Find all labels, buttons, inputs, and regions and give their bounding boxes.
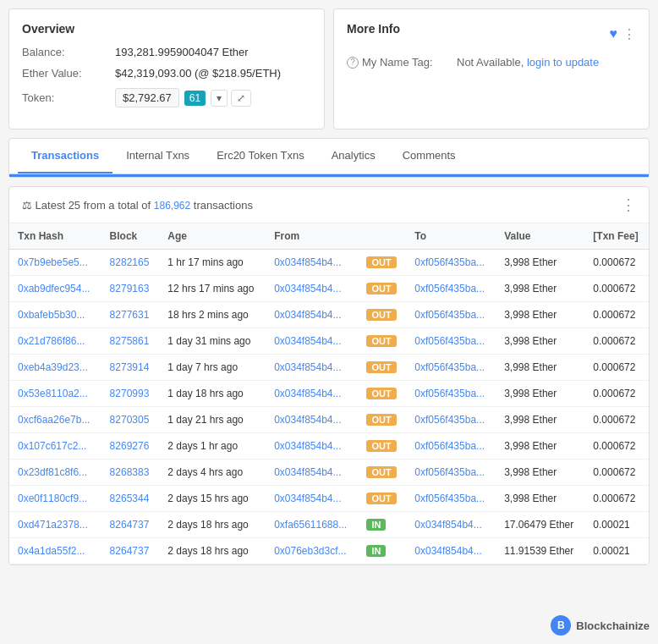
balance-value: 193,281.9959004047 Ether — [115, 46, 249, 58]
cell-to: 0xf056f435ba... — [406, 276, 496, 302]
from-link[interactable]: 0x034f854b4... — [274, 283, 341, 294]
txn-hash-link[interactable]: 0xcf6aa26e7b... — [18, 414, 90, 426]
cell-block: 8265344 — [101, 486, 160, 512]
cell-direction: OUT — [358, 381, 406, 407]
tab-erc20-token-txns[interactable]: Erc20 Token Txns — [203, 139, 318, 173]
cell-from: 0x076eb3d3cf... — [266, 538, 358, 564]
tab-internal-txns[interactable]: Internal Txns — [112, 139, 203, 173]
txn-hash-link[interactable]: 0x4a1da55f2... — [18, 545, 85, 557]
cell-block: 8282165 — [101, 250, 160, 276]
from-link[interactable]: 0x034f854b4... — [274, 440, 341, 452]
cell-to: 0xf056f435ba... — [406, 486, 496, 512]
cell-txn-hash: 0xcf6aa26e7b... — [9, 407, 101, 433]
from-link[interactable]: 0x034f854b4... — [274, 361, 341, 373]
block-link[interactable]: 8269276 — [110, 440, 150, 452]
block-link[interactable]: 8264737 — [110, 545, 150, 557]
cell-block: 8264737 — [101, 538, 160, 564]
cell-from: 0x034f854b4... — [266, 407, 358, 433]
cell-from: 0x034f854b4... — [266, 433, 358, 460]
from-link[interactable]: 0x034f854b4... — [274, 466, 341, 478]
token-expand-button[interactable]: ⤢ — [231, 90, 251, 107]
total-count-link[interactable]: 186,962 — [154, 200, 190, 212]
txn-hash-link[interactable]: 0x21d786f86... — [18, 335, 85, 347]
heart-icon[interactable]: ♥ — [610, 26, 618, 42]
block-link[interactable]: 8279163 — [110, 283, 150, 294]
to-link[interactable]: 0xf056f435ba... — [414, 256, 485, 268]
cell-from: 0x034f854b4... — [266, 460, 358, 486]
cell-value: 3,998 Ether — [496, 276, 584, 302]
to-link[interactable]: 0xf056f435ba... — [414, 440, 485, 452]
txn-hash-link[interactable]: 0xe0f1180cf9... — [18, 493, 87, 504]
from-link[interactable]: 0x076eb3d3cf... — [274, 545, 346, 557]
to-link[interactable]: 0xf056f435ba... — [414, 414, 485, 426]
table-row: 0xcf6aa26e7b... 8270305 1 day 21 hrs ago… — [9, 407, 649, 433]
more-info-dots-icon[interactable]: ⋮ — [622, 26, 636, 42]
cell-txn-hash: 0xeb4a39d23... — [9, 355, 101, 381]
login-link[interactable]: login to update — [527, 56, 599, 69]
block-link[interactable]: 8273914 — [110, 361, 150, 373]
cell-from: 0xfa65611688... — [266, 512, 358, 538]
txn-hash-link[interactable]: 0xbafeb5b30... — [18, 309, 85, 321]
cell-age: 1 day 18 hrs ago — [159, 381, 266, 407]
table-row: 0x23df81c8f6... 8268383 2 days 4 hrs ago… — [9, 460, 649, 486]
to-link[interactable]: 0xf056f435ba... — [414, 493, 485, 504]
txn-hash-link[interactable]: 0xeb4a39d23... — [18, 361, 88, 373]
to-link[interactable]: 0xf056f435ba... — [414, 388, 485, 399]
to-link[interactable]: 0xf056f435ba... — [414, 361, 485, 373]
to-link[interactable]: 0xf056f435ba... — [414, 335, 485, 347]
cell-fee: 0.000672 — [584, 486, 649, 512]
cell-value: 3,998 Ether — [496, 433, 584, 460]
from-link[interactable]: 0xfa65611688... — [274, 519, 347, 531]
block-link[interactable]: 8275861 — [110, 335, 150, 347]
block-link[interactable]: 8270305 — [110, 414, 150, 426]
txn-hash-link[interactable]: 0x107c617c2... — [18, 440, 86, 452]
block-link[interactable]: 8277631 — [110, 309, 150, 321]
tabs-container: Transactions Internal Txns Erc20 Token T… — [8, 138, 650, 178]
to-link[interactable]: 0xf056f435ba... — [414, 309, 485, 321]
block-link[interactable]: 8268383 — [110, 466, 150, 478]
token-controls-container: $2,792.67 61 ▾ ⤢ — [115, 88, 251, 107]
tab-transactions[interactable]: Transactions — [18, 139, 112, 173]
cell-value: 17.06479 Ether — [496, 512, 584, 538]
block-link[interactable]: 8270993 — [110, 388, 150, 399]
cell-direction: OUT — [358, 460, 406, 486]
from-link[interactable]: 0x034f854b4... — [274, 414, 341, 426]
cell-to: 0xf056f435ba... — [406, 355, 496, 381]
tab-analytics[interactable]: Analytics — [318, 139, 389, 173]
cell-age: 2 days 4 hrs ago — [159, 460, 266, 486]
table-row: 0x53e8110a2... 8270993 1 day 18 hrs ago … — [9, 381, 649, 407]
cell-from: 0x034f854b4... — [266, 486, 358, 512]
cell-txn-hash: 0xbafeb5b30... — [9, 302, 101, 328]
cell-age: 12 hrs 17 mins ago — [159, 276, 266, 302]
txn-hash-link[interactable]: 0x23df81c8f6... — [18, 466, 87, 478]
from-link[interactable]: 0x034f854b4... — [274, 309, 341, 321]
block-link[interactable]: 8265344 — [110, 493, 150, 504]
transactions-table: Txn Hash Block Age From To Value [Txn Fe… — [9, 223, 649, 564]
token-dropdown-button[interactable]: ▾ — [211, 90, 228, 107]
table-options-icon[interactable]: ⋮ — [621, 195, 636, 214]
to-link[interactable]: 0xf056f435ba... — [414, 283, 485, 294]
txn-hash-link[interactable]: 0x53e8110a2... — [18, 388, 88, 399]
cell-txn-hash: 0x23df81c8f6... — [9, 460, 101, 486]
to-link[interactable]: 0x034f854b4... — [414, 545, 481, 557]
info-circle-icon: ? — [347, 57, 359, 69]
token-row: Token: $2,792.67 61 ▾ ⤢ — [22, 88, 311, 107]
more-info-panel: More Info ♥ ⋮ ? My Name Tag: Not Availab… — [333, 8, 650, 129]
more-info-title: More Info — [347, 22, 400, 36]
overview-title: Overview — [22, 22, 311, 36]
cell-value: 3,998 Ether — [496, 328, 584, 355]
from-link[interactable]: 0x034f854b4... — [274, 256, 341, 268]
tab-comments[interactable]: Comments — [389, 139, 469, 173]
txn-hash-link[interactable]: 0xd471a2378... — [18, 519, 88, 531]
from-link[interactable]: 0x034f854b4... — [274, 493, 341, 504]
from-link[interactable]: 0x034f854b4... — [274, 388, 341, 399]
cell-value: 3,998 Ether — [496, 355, 584, 381]
txn-hash-link[interactable]: 0xab9dfec954... — [18, 283, 90, 294]
block-link[interactable]: 8282165 — [110, 256, 150, 268]
to-link[interactable]: 0x034f854b4... — [414, 519, 481, 531]
block-link[interactable]: 8264737 — [110, 519, 150, 531]
cell-value: 3,998 Ether — [496, 486, 584, 512]
txn-hash-link[interactable]: 0x7b9ebe5e5... — [18, 256, 88, 268]
from-link[interactable]: 0x034f854b4... — [274, 335, 341, 347]
to-link[interactable]: 0xf056f435ba... — [414, 466, 485, 478]
